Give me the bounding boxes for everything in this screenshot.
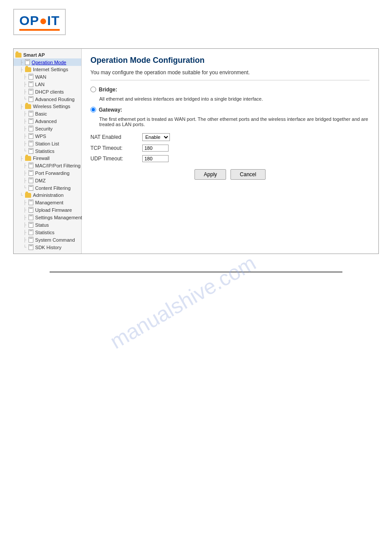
tree-line: ├ (20, 60, 23, 65)
page-icon-mac (29, 163, 33, 168)
sidebar-item-operation-mode[interactable]: ├ Operation Mode (14, 58, 81, 66)
watermark: manualshive.com (106, 250, 260, 353)
folder-icon5 (25, 193, 31, 198)
page-icon-settings-mgmt (29, 214, 33, 220)
tree-line26: └ (23, 245, 26, 250)
tree-line6: └ (23, 97, 26, 102)
sidebar-label-statistics: Statistics (35, 149, 54, 154)
bridge-radio[interactable] (90, 87, 96, 92)
tree-line20: ├ (23, 200, 26, 205)
page-icon-adv-routing (29, 96, 33, 102)
main-ui-container: Smart AP ├ Operation Mode ├ Internet Set… (13, 48, 379, 254)
nat-label: NAT Enabled (90, 134, 139, 140)
sidebar-item-wan[interactable]: ├ WAN (14, 73, 81, 80)
sidebar-label-smart-ap: Smart AP (23, 52, 45, 58)
udp-input[interactable] (142, 155, 169, 162)
page-title: Operation Mode Configuration (90, 56, 370, 65)
cancel-button[interactable]: Cancel (230, 169, 265, 180)
tcp-input[interactable] (142, 145, 169, 152)
sidebar-label-statistics2: Statistics (35, 230, 54, 235)
page-icon-stats2 (29, 229, 33, 235)
page-icon-wan (29, 74, 33, 80)
folder-icon4 (25, 156, 31, 161)
sidebar-item-mac-filter[interactable]: ├ MAC/IP/Port Filtering (14, 162, 81, 169)
page-icon-syscmd (29, 237, 33, 243)
sidebar-item-statistics[interactable]: └ Statistics (14, 147, 81, 155)
sidebar-label-status: Status (35, 222, 49, 228)
tree-line3: ├ (23, 74, 26, 79)
gateway-radio-row: Gateway: (90, 107, 370, 113)
sidebar-label-basic: Basic (35, 111, 47, 116)
sidebar-item-basic[interactable]: ├ Basic (14, 110, 81, 117)
bridge-radio-label[interactable]: Bridge: (99, 87, 117, 93)
sidebar-label-portfwd: Port Forwarding (35, 170, 69, 176)
sidebar-item-dhcp[interactable]: ├ DHCP clients (14, 88, 81, 95)
logo-area: OP ● IT (13, 9, 379, 35)
sidebar-label-content: Content Filtering (35, 185, 71, 191)
tree-line25: ├ (23, 237, 26, 242)
sidebar-item-dmz[interactable]: ├ DMZ (14, 177, 81, 184)
sidebar-item-internet-settings[interactable]: ├ Internet Settings (14, 66, 81, 73)
panel-divider (90, 80, 370, 80)
folder-icon3 (25, 104, 31, 109)
sidebar-item-statistics2[interactable]: ├ Statistics (14, 229, 81, 236)
tree-line9: ├ (23, 119, 26, 123)
main-panel: Operation Mode Configuration You may con… (82, 49, 378, 254)
sidebar-label-wps: WPS (35, 134, 46, 139)
sidebar-label-dhcp: DHCP clients (35, 89, 64, 94)
sidebar-item-settings-mgmt[interactable]: ├ Settings Management (14, 214, 81, 221)
sidebar-item-station-list[interactable]: ├ Station List (14, 140, 81, 147)
sidebar-label-dmz: DMZ (35, 178, 46, 183)
sidebar-item-administration[interactable]: └ Administration (14, 192, 81, 199)
sidebar-item-advanced[interactable]: ├ Advanced (14, 117, 81, 125)
sidebar-label-settings-mgmt: Settings Management (35, 215, 82, 220)
tcp-row: TCP Timeout: (90, 145, 370, 152)
page-icon-status (29, 222, 33, 228)
sidebar-label-mgmt: Management (35, 200, 63, 205)
sidebar-item-upload-firmware[interactable]: ├ Upload Firmware (14, 206, 81, 214)
tree-line18: └ (23, 185, 26, 190)
logo-underline (19, 29, 60, 31)
gateway-radio-label[interactable]: Gateway: (99, 107, 122, 113)
tree-line15: ├ (23, 163, 26, 168)
logo-dot-icon: ● (39, 13, 47, 28)
sidebar-label-sdk: SDK History (35, 245, 61, 250)
sidebar-item-wps[interactable]: ├ WPS (14, 132, 81, 140)
sidebar-label-adv-routing: Advanced Routing (35, 97, 75, 102)
nat-select[interactable]: Enable Disable (142, 133, 170, 141)
sidebar-label-advanced: Advanced (35, 119, 57, 124)
sidebar-label-operation-mode: Operation Mode (32, 60, 66, 65)
sidebar-item-firewall[interactable]: ├ Firewall (14, 155, 81, 162)
sidebar-item-sdk-history[interactable]: └ SDK History (14, 243, 81, 251)
page-icon-sdk (29, 244, 33, 250)
sidebar-item-status[interactable]: ├ Status (14, 221, 81, 229)
gateway-radio[interactable] (90, 107, 96, 112)
tree-line21: ├ (23, 207, 26, 212)
sidebar-item-lan[interactable]: ├ LAN (14, 80, 81, 88)
sidebar-item-content-filtering[interactable]: └ Content Filtering (14, 184, 81, 192)
tree-line12: ├ (23, 141, 26, 146)
page-icon-portfwd (29, 170, 33, 176)
sidebar-item-system-command[interactable]: ├ System Command (14, 236, 81, 243)
sidebar-label-wan: WAN (35, 74, 46, 80)
sidebar-item-smart-ap[interactable]: Smart AP (14, 51, 81, 58)
sidebar-item-security[interactable]: ├ Security (14, 125, 81, 132)
sidebar-label-wireless-settings: Wireless Settings (33, 104, 70, 109)
page-icon-basic (29, 111, 33, 116)
tree-line24: ├ (23, 230, 26, 235)
gateway-section: Gateway: The first ethernet port is trea… (90, 107, 370, 127)
logo-text2: IT (47, 13, 60, 28)
sidebar-item-wireless-settings[interactable]: ├ Wireless Settings (14, 103, 81, 110)
tree-line13: └ (23, 149, 26, 153)
tree-line8: ├ (23, 111, 26, 116)
sidebar-label-internet-settings: Internet Settings (33, 67, 68, 72)
sidebar-item-advanced-routing[interactable]: └ Advanced Routing (14, 95, 81, 103)
sidebar-item-port-forwarding[interactable]: ├ Port Forwarding (14, 169, 81, 177)
apply-button[interactable]: Apply (194, 169, 226, 180)
sidebar: Smart AP ├ Operation Mode ├ Internet Set… (14, 49, 82, 254)
sidebar-label-station-list: Station List (35, 141, 59, 146)
button-row: Apply Cancel (90, 169, 370, 180)
page-icon-advanced (29, 118, 33, 124)
sidebar-item-management[interactable]: ├ Management (14, 199, 81, 206)
page-icon-lan (29, 81, 33, 87)
